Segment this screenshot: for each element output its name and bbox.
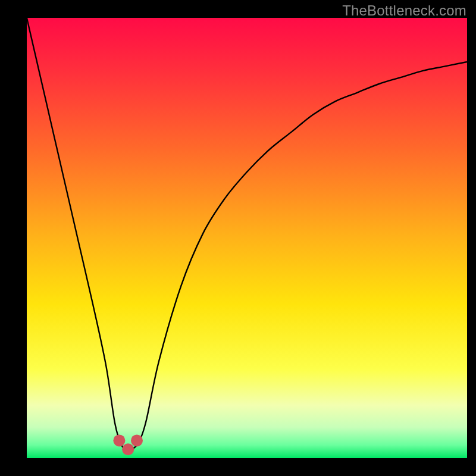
watermark-text: TheBottleneck.com [342, 2, 466, 19]
plot-area [27, 18, 467, 458]
chart-frame: TheBottleneck.com [0, 0, 476, 476]
min-marker-left [113, 434, 125, 446]
min-marker-right [131, 434, 143, 446]
min-markers [113, 434, 143, 455]
curve-layer [27, 18, 467, 458]
bottleneck-curve [27, 18, 467, 449]
min-marker-bottom [122, 443, 134, 455]
